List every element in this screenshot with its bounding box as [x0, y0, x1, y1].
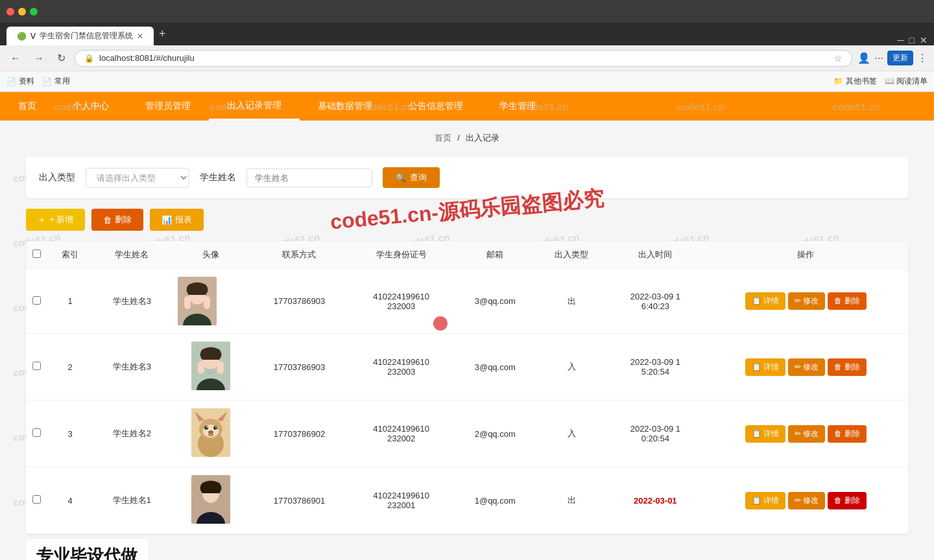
browser-chrome — [0, 0, 934, 23]
col-actions: 操作 — [704, 241, 909, 269]
other-bookmarks[interactable]: 📁 其他书签 — [833, 76, 876, 87]
svg-rect-9 — [217, 361, 224, 374]
detail-button[interactable]: 📋 详情 — [745, 292, 785, 310]
reload-btn[interactable]: ↻ — [53, 49, 69, 67]
row-checkbox[interactable] — [32, 296, 41, 305]
bottom-banner: 专业毕设代做 — [26, 534, 908, 560]
col-name: 学生姓名 — [93, 241, 171, 269]
row-email: 2@qq.com — [454, 401, 536, 467]
row-checkbox[interactable] — [32, 428, 41, 437]
new-tab-btn[interactable]: + — [159, 27, 166, 41]
svg-point-22 — [215, 426, 217, 428]
batch-delete-button[interactable]: 🗑 删除 — [91, 209, 143, 231]
action-bar: ＋ + 新增 🗑 删除 📊 报表 — [26, 209, 908, 231]
row-checkbox-cell — [26, 269, 47, 334]
svg-rect-3 — [184, 296, 191, 309]
row-index: 3 — [47, 401, 93, 467]
edit-button[interactable]: ✏ 修改 — [788, 425, 825, 443]
back-btn[interactable]: ← — [6, 50, 25, 67]
update-btn[interactable]: 更新 — [887, 51, 913, 65]
active-tab[interactable]: 🟢 V 学生宿舍门禁信息管理系统 ✕ — [6, 27, 154, 45]
row-phone: 17703786901 — [250, 467, 349, 534]
detail-button[interactable]: 📋 详情 — [745, 425, 785, 443]
delete-row-button[interactable]: 🗑 删除 — [828, 358, 866, 376]
nav-item-home[interactable]: 首页 — [0, 92, 54, 121]
avatar-image — [191, 408, 230, 457]
profile-btn[interactable]: 👤 — [857, 52, 870, 64]
row-phone: 17703786903 — [250, 269, 349, 334]
nav-item-admin[interactable]: 管理员管理 — [127, 92, 209, 121]
browser-nav: ← → ↻ 🔒 localhost:8081/#/churujilu ☆ 👤 ⋯… — [0, 45, 934, 71]
nav-right-controls: 👤 ⋯ 更新 ⋮ — [857, 51, 928, 65]
svg-point-21 — [206, 426, 208, 428]
delete-btn-label: 删除 — [115, 214, 132, 226]
edit-button[interactable]: ✏ 修改 — [788, 358, 825, 376]
delete-row-button[interactable]: 🗑 删除 — [828, 492, 866, 509]
breadcrumb: 首页 / 出入记录 — [0, 121, 934, 150]
extensions-btn[interactable]: ⋯ — [874, 53, 883, 64]
bottom-banner-text: 专业毕设代做 — [26, 539, 148, 560]
reading-list[interactable]: 📖 阅读清单 — [885, 76, 928, 87]
search-btn-label: 查询 — [410, 172, 427, 183]
table-row: 4 学生姓名1 17 — [26, 467, 908, 534]
records-table: 索引 学生姓名 头像 联系方式 学生身份证号 邮箱 出入类型 出入时间 操作 — [26, 241, 908, 534]
row-checkbox-cell — [26, 401, 47, 467]
maximize-btn[interactable]: □ — [909, 35, 915, 45]
browser-tabs: 🟢 V 学生宿舍门禁信息管理系统 ✕ + ─ □ ✕ — [0, 23, 934, 45]
edit-button[interactable]: ✏ 修改 — [788, 492, 825, 509]
row-time: 2022-03-01 — [607, 467, 703, 534]
nav-item-student[interactable]: 学生管理 — [481, 92, 554, 121]
name-filter-input[interactable] — [246, 169, 372, 187]
nav-item-data[interactable]: 基础数据管理 — [300, 92, 390, 121]
row-idcard: 410224199610232003 — [348, 269, 454, 334]
delete-row-button[interactable]: 🗑 删除 — [828, 292, 866, 310]
type-filter-select[interactable]: 请选择出入类型 出 入 — [86, 168, 189, 188]
bookmark-item-changyong[interactable]: 📄 常用 — [42, 76, 70, 87]
app-container: code51.cn code51.cn code51.cn code51.cn … — [0, 92, 934, 560]
name-filter-label: 学生姓名 — [200, 172, 236, 183]
close-btn[interactable]: ✕ — [920, 35, 928, 45]
avatar-svg — [178, 277, 217, 325]
row-type: 出 — [536, 269, 608, 334]
col-idcard: 学生身份证号 — [348, 241, 454, 269]
delete-row-button[interactable]: 🗑 删除 — [828, 425, 866, 443]
menu-btn[interactable]: ⋮ — [917, 52, 928, 64]
tab-close-btn[interactable]: ✕ — [137, 32, 143, 41]
minimize-btn[interactable]: ─ — [898, 35, 904, 45]
nav-item-records[interactable]: 出入记录管理 — [209, 92, 300, 121]
svg-point-19 — [204, 426, 208, 430]
main-content: code51.cn code51.cn code51.cn code51.cn … — [0, 150, 934, 560]
avatar-svg-dog — [191, 408, 230, 457]
row-email: 3@qq.com — [454, 334, 536, 401]
col-time: 出入时间 — [607, 241, 703, 269]
bookmark-item-ziliao[interactable]: 📄 资料 — [6, 76, 34, 87]
detail-button[interactable]: 📋 详情 — [745, 492, 785, 509]
search-button[interactable]: 🔍 查询 — [383, 167, 440, 188]
add-button[interactable]: ＋ + 新增 — [26, 209, 85, 231]
row-checkbox[interactable] — [32, 362, 41, 370]
avatar-svg — [191, 342, 230, 390]
nav-item-notice[interactable]: 公告信息管理 — [390, 92, 481, 121]
row-time: 2022-03-09 10:20:54 — [607, 401, 703, 467]
col-index: 索引 — [47, 241, 93, 269]
detail-button[interactable]: 📋 详情 — [745, 358, 785, 376]
address-bar[interactable]: 🔒 localhost:8081/#/churujilu ☆ — [75, 50, 852, 67]
nav-item-personal[interactable]: 个人中心 — [54, 92, 127, 121]
svg-point-23 — [208, 430, 213, 434]
select-all-checkbox[interactable] — [32, 250, 41, 258]
add-btn-label: + 新增 — [49, 214, 73, 226]
svg-rect-4 — [204, 296, 210, 309]
row-student-name: 学生姓名3 — [93, 334, 171, 401]
forward-btn[interactable]: → — [30, 50, 48, 67]
type-filter-label: 出入类型 — [39, 172, 75, 183]
select-all-header — [26, 241, 47, 269]
row-checkbox[interactable] — [32, 495, 41, 504]
bookmark-star[interactable]: ☆ — [834, 53, 843, 64]
row-phone: 17703786903 — [250, 334, 349, 401]
report-button[interactable]: 📊 报表 — [150, 209, 204, 231]
edit-button[interactable]: ✏ 修改 — [788, 292, 825, 310]
url-display: localhost:8081/#/churujilu — [99, 53, 195, 63]
breadcrumb-home[interactable]: 首页 — [435, 133, 451, 143]
row-student-name: 学生姓名1 — [93, 467, 171, 534]
avatar-image — [191, 342, 230, 390]
